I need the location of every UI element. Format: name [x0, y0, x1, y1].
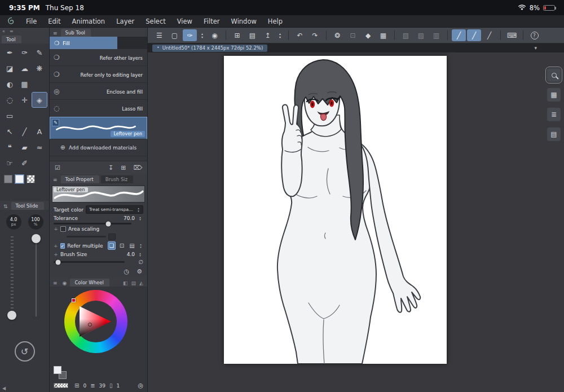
fill-tool-button-selected[interactable]: ◈ — [32, 93, 47, 107]
move-tool-button[interactable]: ↖ — [2, 124, 17, 139]
sub-tool-item-lasso-fill[interactable]: ◌ Lasso fill — [50, 100, 147, 117]
text-tool-button[interactable]: A — [32, 124, 47, 139]
snap-special-button-active[interactable]: ╱ — [467, 29, 481, 41]
layers-panel-button[interactable]: ≣ — [547, 108, 561, 121]
tab-brush-size[interactable]: Brush Siz — [101, 175, 133, 183]
drawing-canvas[interactable] — [224, 56, 447, 364]
color-triangle-tab-icon[interactable]: ◭ — [139, 280, 143, 286]
area-scaling-mode-box[interactable] — [108, 234, 116, 240]
delete-icon[interactable]: ⌦ — [133, 164, 142, 171]
edit-checkbox-icon[interactable]: ☑ — [55, 164, 60, 171]
sub-tool-item-refer-other-layers[interactable]: ❍ Refer other layers — [50, 49, 147, 66]
panel-menu-icon[interactable]: ≡ — [51, 177, 59, 183]
gradient-tool-button[interactable]: ▦ — [17, 77, 32, 91]
expand-icon[interactable]: + — [54, 252, 58, 257]
rotate-view-button[interactable]: ❂ — [331, 29, 345, 41]
brush-tool-button[interactable]: ✑ — [17, 45, 32, 60]
snap-ruler-button-active[interactable]: ╱ — [452, 29, 466, 41]
panel-menu-icon[interactable]: ≡ — [51, 280, 59, 287]
pen-input-button-active[interactable]: ✑ — [183, 29, 197, 41]
expand-icon[interactable]: + — [54, 226, 58, 232]
menu-animation[interactable]: Animation — [67, 17, 111, 25]
brush-size-slider-track[interactable] — [54, 261, 125, 263]
hue-indicator[interactable] — [72, 298, 76, 302]
tolerance-slider-track[interactable] — [54, 223, 131, 224]
main-color-swatch[interactable] — [54, 366, 61, 374]
brush-size-slider-knob[interactable] — [55, 259, 60, 265]
refer-multiple-mode-3[interactable]: ▤ — [128, 241, 136, 250]
balloon-tool-button[interactable]: ❝ — [2, 140, 17, 155]
panel-menu-icon[interactable]: ≡ — [51, 30, 59, 37]
color-set-tab-icon[interactable]: ◧ — [123, 280, 128, 286]
tab-tool-slider[interactable]: Tool Slide — [11, 202, 44, 210]
settings-wrench-icon[interactable]: ⚙ — [136, 268, 142, 275]
eyedropper-tool-button[interactable]: ✐ — [17, 156, 32, 170]
collapse-panel-icon[interactable]: « — [2, 29, 5, 34]
clip-studio-logo[interactable] — [7, 17, 16, 26]
sv-indicator[interactable] — [88, 323, 92, 327]
refer-multiple-mode-2[interactable]: ⊡ — [118, 241, 126, 250]
open-file-button[interactable]: ▤ — [245, 29, 259, 41]
menu-file[interactable]: File — [20, 17, 42, 25]
frame-tool-button[interactable]: ▭ — [2, 108, 17, 123]
target-color-dropdown[interactable]: Treat semi-transparent as ▴▾ — [86, 205, 143, 214]
brush-size-slider-knob[interactable] — [7, 311, 16, 320]
tolerance-stepper[interactable]: ▴▾ — [137, 216, 143, 221]
brush-size-option-icon[interactable]: ∅ — [138, 259, 143, 265]
line-tool-button[interactable]: ╱ — [17, 124, 32, 139]
auto-select-tool-button[interactable]: ✛ — [17, 93, 32, 107]
grid-view-button[interactable]: ▦ — [376, 29, 390, 41]
stream-line-tool-button[interactable]: ≈ — [32, 140, 47, 155]
help-button[interactable]: ? — [527, 29, 541, 41]
pencil-tool-button[interactable]: ✎ — [32, 45, 47, 60]
guide-button-disabled[interactable]: ▥ — [429, 29, 443, 41]
color-slider-tab-icon[interactable]: ▤ — [131, 280, 136, 286]
redo-button[interactable]: ↷ — [308, 29, 322, 41]
tool-size-stepper-button[interactable]: ▴▾ — [198, 29, 206, 41]
zoom-panel-button[interactable] — [547, 68, 561, 82]
layer-property-panel-button[interactable]: ▤ — [547, 127, 561, 141]
brush-size-value[interactable]: 4.0 — [127, 252, 135, 257]
add-downloaded-materials-button[interactable]: ⊕ Add downloaded materials — [50, 139, 147, 156]
menu-help[interactable]: Help — [262, 17, 288, 25]
material-button-disabled[interactable]: ▧ — [399, 29, 413, 41]
history-icon[interactable]: ◷ — [124, 268, 130, 275]
collapse-left-arrow-icon[interactable]: ◀ — [2, 386, 6, 391]
export-button[interactable]: ↥ — [261, 29, 275, 41]
menu-select[interactable]: Select — [140, 17, 171, 25]
transparent-color-strip[interactable]: ◂ — [54, 383, 68, 388]
canvas-tab[interactable]: • Untitled50* (1784 x 2445px 72dpi 52.2%… — [152, 45, 267, 52]
menu-view[interactable]: View — [171, 17, 198, 25]
target-color-stepper[interactable]: ▴▾ — [135, 207, 142, 212]
snapshot-button-disabled[interactable]: ⊡ — [346, 29, 360, 41]
ruler-button-disabled[interactable]: ▨ — [414, 29, 428, 41]
tab-sub-tool[interactable]: Sub Tool — [61, 29, 91, 37]
duplicate-icon[interactable]: ⊞ — [121, 164, 126, 171]
target-circle-icon[interactable]: ◎ — [138, 382, 143, 389]
sub-tool-group-fill[interactable]: ❍ Fill — [50, 37, 117, 49]
figure-tool-button[interactable]: ▰ — [17, 140, 32, 155]
hand-tool-button[interactable]: ☞ — [2, 156, 17, 170]
main-menu-button[interactable]: ☰ — [152, 29, 166, 41]
sub-tool-item-enclose-and-fill[interactable]: ◎ Enclose and fill — [50, 83, 147, 100]
menu-filter[interactable]: Filter — [198, 17, 225, 25]
tab-color-wheel[interactable]: Color Wheel — [70, 279, 109, 287]
reference-layer-button[interactable]: ◆ — [361, 29, 375, 41]
import-icon[interactable]: ↧ — [108, 164, 113, 171]
panel-menu-icon[interactable]: ≡ — [10, 29, 14, 34]
pen-tool-button[interactable]: ✒ — [2, 45, 17, 60]
opacity-slider-knob[interactable] — [32, 234, 41, 243]
brush-size-slider-track[interactable] — [11, 236, 14, 316]
tolerance-slider-knob[interactable] — [105, 221, 111, 226]
sub-tool-item-refer-editing-layer[interactable]: ❍ Refer only to editing layer — [50, 66, 147, 83]
rotate-reset-button[interactable]: ↺ — [15, 341, 35, 362]
tolerance-value[interactable]: 70.0 — [124, 215, 135, 221]
refer-multiple-stepper[interactable]: ▴▾ — [138, 243, 143, 248]
transparent-color-swatch[interactable] — [27, 175, 35, 183]
refer-multiple-checkbox-checked[interactable]: ✓ — [60, 243, 65, 249]
blend-tool-button[interactable]: ◐ — [2, 77, 17, 91]
sub-tool-item-leftover-pen-selected[interactable]: ✎ Leftover pen — [50, 117, 147, 139]
color-gamut-button[interactable]: ◉ — [208, 29, 222, 41]
canvas-area[interactable]: ▦ ≣ ▤ — [148, 52, 564, 392]
decoration-tool-button[interactable]: ❋ — [32, 61, 47, 76]
